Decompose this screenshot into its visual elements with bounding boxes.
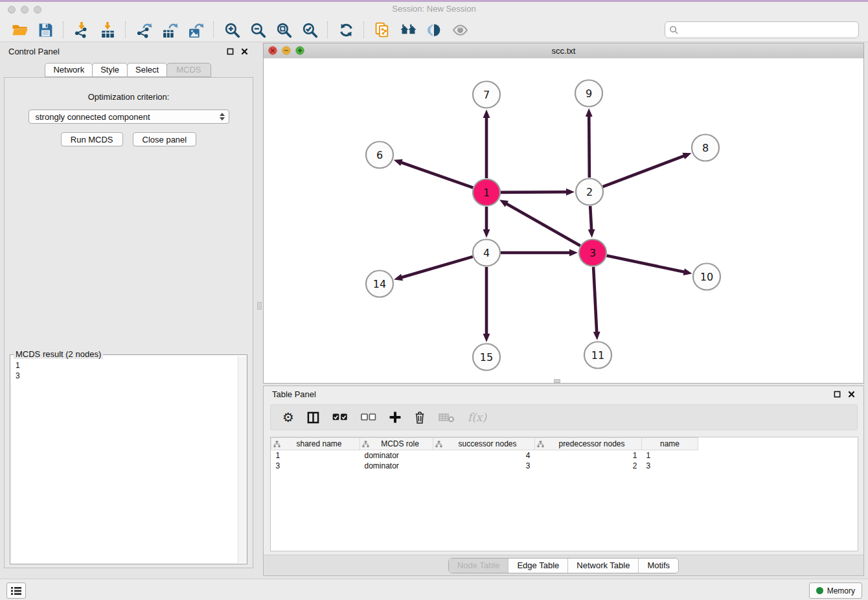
task-history-button[interactable] xyxy=(6,583,26,599)
mcds-result-text[interactable]: 13 xyxy=(10,357,238,564)
clone-network-icon[interactable] xyxy=(372,20,392,40)
memory-label: Memory xyxy=(827,586,855,595)
export-image-icon[interactable] xyxy=(186,20,205,40)
graph-edge-3-11[interactable] xyxy=(593,267,600,340)
fit-content-icon[interactable] xyxy=(274,20,293,40)
network-frame-titlebar[interactable]: scc.txt xyxy=(264,43,863,59)
close-panel-icon[interactable] xyxy=(241,48,248,55)
mcds-result-line: 3 xyxy=(16,371,233,381)
svg-text:8: 8 xyxy=(702,142,709,154)
apply-layout-icon[interactable] xyxy=(336,20,356,40)
table-cell[interactable]: dominator xyxy=(360,461,433,471)
graph-node-15[interactable]: 15 xyxy=(473,344,500,371)
graph-node-4[interactable]: 4 xyxy=(473,240,500,266)
close-panel-button[interactable]: Close panel xyxy=(133,132,197,146)
close-table-panel-icon[interactable] xyxy=(848,391,855,398)
float-panel-icon[interactable] xyxy=(227,48,234,55)
column-header-predecessor-nodes[interactable]: predecessor nodes xyxy=(535,438,642,450)
mcds-result-scrollbar[interactable] xyxy=(238,356,247,563)
graph-node-14[interactable]: 14 xyxy=(366,271,393,297)
memory-button[interactable]: Memory xyxy=(809,583,862,599)
svg-text:7: 7 xyxy=(483,89,490,101)
graph-node-10[interactable]: 10 xyxy=(693,264,720,290)
graph-edge-2-9[interactable] xyxy=(586,108,593,178)
delete-table-icon[interactable] xyxy=(439,410,455,425)
float-table-panel-icon[interactable] xyxy=(834,391,841,398)
column-header-shared-name[interactable]: shared name xyxy=(271,438,360,450)
first-neighbors-icon[interactable] xyxy=(398,20,418,40)
mcds-result-line: 1 xyxy=(16,360,233,371)
graph-edge-4-14[interactable] xyxy=(394,257,473,281)
graph-edge-1-4[interactable] xyxy=(483,207,490,238)
split-divider-grip[interactable] xyxy=(257,302,262,310)
table-mode-icon[interactable]: ⚙ xyxy=(282,410,294,425)
cyndex-icon[interactable] xyxy=(424,20,444,40)
zoom-selected-icon[interactable] xyxy=(300,20,319,40)
graph-node-6[interactable]: 6 xyxy=(366,142,393,168)
graph-node-11[interactable]: 11 xyxy=(584,342,611,369)
graph-edge-2-8[interactable] xyxy=(603,153,692,187)
window-accent-strip xyxy=(0,0,868,2)
status-bar: Memory xyxy=(0,579,868,600)
export-table-icon[interactable] xyxy=(160,20,179,40)
control-tab-style[interactable]: Style xyxy=(92,63,128,77)
zoom-in-icon[interactable] xyxy=(222,20,242,40)
graph-edge-3-1[interactable] xyxy=(499,200,580,246)
table-row[interactable]: 3dominator323 xyxy=(271,461,698,471)
import-table-icon[interactable] xyxy=(98,20,117,40)
show-columns-icon[interactable] xyxy=(307,410,319,425)
table-cell[interactable]: 1 xyxy=(642,450,698,461)
svg-text:2: 2 xyxy=(586,186,593,198)
export-network-icon[interactable] xyxy=(134,20,154,40)
graph-edge-1-2[interactable] xyxy=(501,189,575,196)
column-header-successor-nodes[interactable]: successor nodes xyxy=(433,438,535,450)
table-cell[interactable]: 1 xyxy=(271,450,360,461)
delete-columns-icon[interactable] xyxy=(414,410,426,425)
run-mcds-button[interactable]: Run MCDS xyxy=(61,132,123,146)
function-builder-icon[interactable]: f(x) xyxy=(468,410,486,425)
table-row[interactable]: 1dominator411 xyxy=(271,450,698,461)
control-tab-mcds[interactable]: MCDS xyxy=(166,63,211,77)
control-tab-select[interactable]: Select xyxy=(127,63,167,77)
column-header-mcds-role[interactable]: MCDS role xyxy=(360,438,433,450)
canvas-resize-grip[interactable] xyxy=(554,379,560,383)
graph-node-3[interactable]: 3 xyxy=(579,240,606,266)
column-header-name[interactable]: name xyxy=(642,438,698,450)
show-graphics-details-icon[interactable] xyxy=(450,20,470,40)
svg-text:14: 14 xyxy=(373,278,386,290)
graph-node-2[interactable]: 2 xyxy=(576,179,603,205)
svg-text:9: 9 xyxy=(586,87,592,100)
unselect-all-icon[interactable] xyxy=(361,410,376,425)
graph-edge-1-7[interactable] xyxy=(483,110,490,178)
table-tab-edge-table[interactable]: Edge Table xyxy=(508,559,567,573)
open-session-icon[interactable] xyxy=(10,20,29,40)
graph-node-8[interactable]: 8 xyxy=(692,135,719,161)
new-column-icon[interactable] xyxy=(389,410,401,425)
table-tab-motifs[interactable]: Motifs xyxy=(638,559,678,573)
graph-node-1[interactable]: 1 xyxy=(473,179,500,206)
network-canvas[interactable]: 7968124314101511 xyxy=(264,58,863,383)
table-cell[interactable]: 1 xyxy=(535,450,642,461)
graph-edge-3-10[interactable] xyxy=(607,256,692,275)
table-cell[interactable]: 3 xyxy=(433,461,535,471)
table-cell[interactable]: 2 xyxy=(535,461,642,471)
graph-node-7[interactable]: 7 xyxy=(473,82,500,108)
select-all-icon[interactable] xyxy=(332,410,348,425)
graph-edge-2-3[interactable] xyxy=(588,206,595,238)
table-cell[interactable]: 4 xyxy=(433,450,535,461)
criterion-select[interactable]: strongly connected component xyxy=(29,110,229,124)
import-network-icon[interactable] xyxy=(72,20,91,40)
table-cell[interactable]: dominator xyxy=(360,450,433,461)
table-cell[interactable]: 3 xyxy=(271,461,360,471)
control-tab-network[interactable]: Network xyxy=(45,63,93,77)
graph-edge-4-3[interactable] xyxy=(501,249,578,257)
graph-node-9[interactable]: 9 xyxy=(575,80,602,107)
table-tab-network-table[interactable]: Network Table xyxy=(567,559,638,573)
save-session-icon[interactable] xyxy=(36,20,55,40)
zoom-out-icon[interactable] xyxy=(248,20,268,40)
graph-edge-4-15[interactable] xyxy=(483,267,490,342)
search-input[interactable] xyxy=(681,23,854,36)
table-tab-node-table[interactable]: Node Table xyxy=(449,559,508,573)
graph-edge-1-6[interactable] xyxy=(394,159,474,188)
table-cell[interactable]: 3 xyxy=(642,461,698,471)
